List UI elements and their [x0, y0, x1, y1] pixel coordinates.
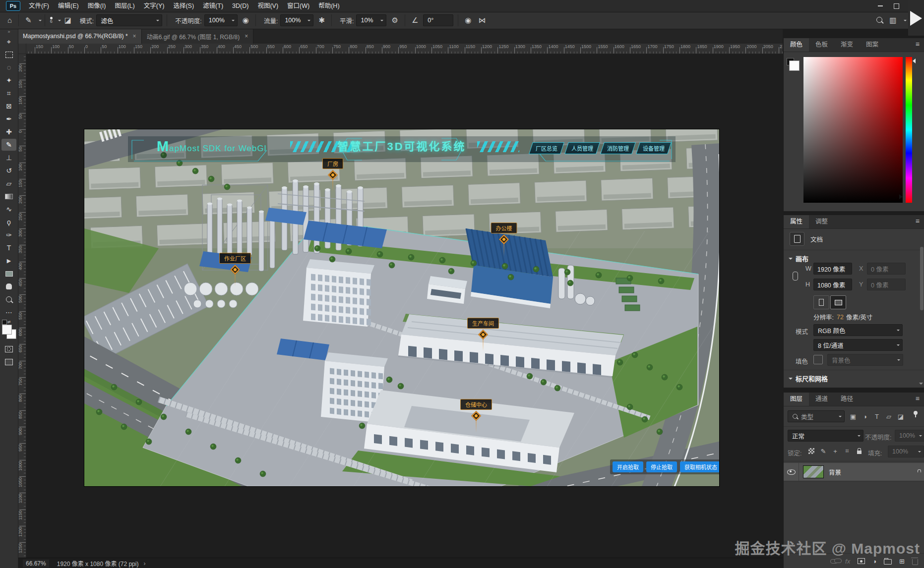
hue-slider-arrow-icon[interactable] — [913, 58, 916, 63]
foreground-swatch[interactable] — [789, 60, 800, 71]
status-zoom-level[interactable]: 66.67% — [23, 560, 49, 568]
layer-visibility-toggle[interactable] — [784, 463, 799, 481]
ps-app-icon[interactable]: Ps — [6, 1, 20, 11]
lasso-tool[interactable]: ◌ — [1, 61, 16, 73]
angle-field[interactable]: 0° — [423, 14, 453, 26]
new-group-icon[interactable] — [884, 558, 892, 565]
maximize-button[interactable] — [888, 0, 904, 12]
document-tab[interactable]: Mapmostyanshi.psd @ 66.7%(RGB/8) *× — [18, 29, 142, 44]
lock-transparency-icon[interactable] — [805, 446, 817, 456]
layer-row-background[interactable]: 背景 — [784, 463, 924, 481]
panel-menu-icon[interactable]: ≡ — [911, 393, 924, 406]
toggle-brush-panel-icon[interactable]: ◪ — [61, 12, 75, 28]
eyedropper-tool[interactable]: ✒ — [1, 113, 16, 125]
orientation-landscape-button[interactable] — [830, 295, 846, 309]
dodge-tool[interactable]: ϙ — [1, 216, 16, 228]
zoom-tool[interactable] — [1, 293, 16, 305]
menu-item[interactable]: 文件(F) — [24, 0, 54, 12]
filter-shape-icon[interactable]: ▱ — [883, 411, 895, 422]
panel-tab-属性[interactable]: 属性 — [784, 215, 809, 228]
pressure-size-icon[interactable]: ◉ — [461, 12, 475, 28]
menu-item[interactable]: 编辑(E) — [54, 0, 83, 12]
brush-size-widget[interactable]: 6 — [48, 17, 55, 24]
history-brush-tool[interactable]: ↺ — [1, 165, 16, 176]
filter-type-icon[interactable]: T — [871, 411, 883, 422]
layer-opacity-select[interactable]: 100% — [895, 430, 924, 442]
filter-pin-icon[interactable] — [914, 411, 918, 415]
pressure-opacity-icon[interactable]: ◉ — [239, 12, 252, 28]
filter-image-icon[interactable]: ▣ — [847, 411, 859, 422]
panel-menu-icon[interactable]: ≡ — [911, 38, 924, 52]
canvas-x-field[interactable]: 0 像素 — [867, 263, 906, 275]
blend-mode-layer-select[interactable]: 正常 — [788, 430, 863, 442]
lock-paint-icon[interactable]: ✎ — [817, 446, 829, 456]
opacity-select[interactable]: 100% — [204, 14, 238, 26]
menu-item[interactable]: 图层(L) — [110, 0, 139, 12]
type-tool[interactable]: T — [1, 242, 16, 254]
menu-item[interactable]: 滤镜(T) — [198, 0, 228, 12]
brush-tool[interactable]: ✎ — [1, 139, 16, 151]
smudge-tool[interactable]: ∿ — [1, 203, 16, 215]
bit-depth-select[interactable]: 8 位/通道 — [813, 339, 903, 351]
brush-preset-icon[interactable]: ✎ — [22, 12, 35, 28]
canvas-height-field[interactable]: 1080 像素 — [813, 279, 852, 290]
play-overlay-icon[interactable] — [910, 11, 922, 26]
menu-item[interactable]: 视图(V) — [253, 0, 283, 12]
lock-move-icon[interactable]: + — [829, 446, 841, 456]
panel-tab-通道[interactable]: 通道 — [809, 393, 834, 406]
move-tool[interactable]: ⌖ — [1, 36, 16, 48]
document-tab[interactable]: 动画6.gif @ 66.7% (图层 1, RGB/8)× — [142, 29, 254, 44]
panel-tab-渐变[interactable]: 渐变 — [834, 38, 860, 52]
lock-artboard-icon[interactable]: ⌗ — [841, 446, 853, 456]
panel-tab-图案[interactable]: 图案 — [860, 38, 885, 52]
panel-tab-调整[interactable]: 调整 — [809, 215, 834, 228]
delete-layer-icon[interactable] — [912, 558, 918, 565]
pen-tool[interactable]: ✑ — [1, 229, 16, 241]
layer-mask-icon[interactable] — [858, 558, 865, 564]
layer-thumbnail[interactable] — [803, 465, 824, 478]
lock-all-icon[interactable] — [853, 446, 865, 456]
quick-mask-button[interactable] — [1, 343, 16, 355]
hand-tool[interactable] — [1, 281, 16, 292]
canvas-section-chevron-icon[interactable] — [789, 258, 793, 262]
filter-smart-object-icon[interactable]: ◪ — [895, 411, 907, 422]
tab-close-icon[interactable]: × — [245, 33, 248, 40]
orientation-portrait-button[interactable] — [813, 295, 829, 309]
color-mode-select[interactable]: RGB 颜色 — [813, 324, 903, 336]
clone-stamp-tool[interactable]: ⊥ — [1, 152, 16, 164]
menu-item[interactable]: 图像(I) — [83, 0, 111, 12]
horizontal-ruler[interactable]: 1501005005010015020025030035040045050055… — [26, 44, 783, 54]
gradient-tool[interactable] — [1, 190, 16, 202]
crop-tool[interactable]: ⌗ — [1, 87, 16, 99]
scroll-down-icon[interactable] — [919, 383, 923, 387]
layer-effects-icon[interactable]: fx — [845, 558, 850, 565]
marquee-tool[interactable] — [1, 49, 16, 60]
panel-tab-图层[interactable]: 图层 — [784, 393, 809, 406]
smoothing-gear-icon[interactable]: ⚙ — [388, 12, 401, 28]
status-chevron-icon[interactable]: › — [143, 560, 145, 567]
smoothing-select[interactable]: 10% — [356, 14, 386, 26]
layer-fill-select[interactable]: 100% — [888, 446, 924, 457]
fill-checkbox[interactable] — [813, 355, 823, 364]
canvas-width-field[interactable]: 1920 像素 — [813, 263, 852, 275]
layer-filter-select[interactable]: 类型 — [788, 410, 845, 422]
rulers-grid-chevron-icon[interactable] — [789, 378, 793, 382]
hue-slider[interactable] — [906, 57, 912, 203]
menu-item[interactable]: 帮助(H) — [314, 0, 344, 12]
toolbar-collapse-icon[interactable]: » — [7, 29, 10, 35]
panel-tab-色板[interactable]: 色板 — [809, 38, 834, 52]
quick-selection-tool[interactable]: ✦ — [1, 74, 16, 86]
flow-select[interactable]: 100% — [280, 14, 313, 26]
vertical-ruler[interactable]: 2001501005005010015020025030035040045050… — [18, 54, 26, 558]
more-tools[interactable]: ⋯ — [1, 306, 16, 318]
link-dimensions-icon[interactable] — [793, 272, 798, 281]
shape-tool[interactable] — [1, 268, 16, 280]
healing-brush-tool[interactable]: ✚ — [1, 126, 16, 138]
search-icon[interactable] — [873, 12, 886, 28]
blend-mode-select[interactable]: 滤色 — [96, 14, 162, 26]
panel-menu-icon[interactable]: ≡ — [911, 215, 924, 228]
canvas-y-field[interactable]: 0 像素 — [867, 279, 906, 290]
foreground-color-swatch[interactable] — [2, 325, 12, 335]
menu-item[interactable]: 窗口(W) — [283, 0, 314, 12]
menu-item[interactable]: 选择(S) — [169, 0, 198, 12]
